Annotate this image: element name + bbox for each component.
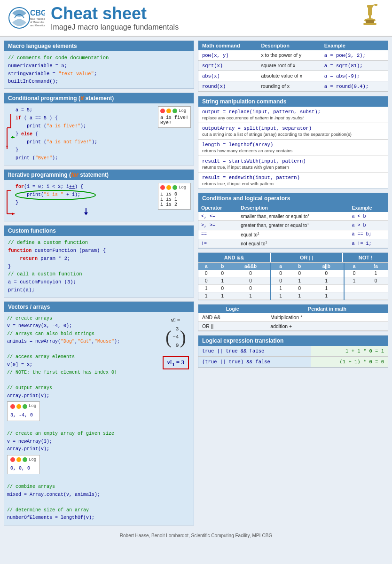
cond-op-lt: <, <= xyxy=(198,212,238,221)
page-subtitle: ImageJ macro language fundamentals xyxy=(51,23,353,31)
output-line-2: Bye! xyxy=(160,120,188,125)
string-section-body: output = replace(input, pattern, subst);… xyxy=(198,107,388,188)
conditional-body: a = 5; if ( a == 5 ) { print ("a is five… xyxy=(4,103,194,165)
for-out-3: i is 2 xyxy=(160,202,188,207)
right-column: Math command Description Example pow(x, … xyxy=(198,40,388,525)
string-code-split: outputArray = split(input, separator) xyxy=(202,125,384,131)
math-table: Math command Description Example pow(x, … xyxy=(198,41,388,92)
not-r1: 01 xyxy=(345,270,388,277)
svg-text:Max Planck Institute: Max Planck Institute xyxy=(30,17,45,20)
or-h-result: a||b xyxy=(309,263,344,270)
string-code-endswith: result = endsWith(input, pattern) xyxy=(202,175,384,180)
v-line-1: // create arrays xyxy=(7,315,157,323)
math-ex-round: a = round(9.4); xyxy=(324,84,369,89)
pendant-section: Logic Pendant in math AND && Multiplicat… xyxy=(198,304,388,331)
conditional-output: Log a is five! Bye! xyxy=(158,106,191,162)
pendant-col-logic: Logic xyxy=(198,305,267,313)
log-label-2: Log xyxy=(179,185,186,190)
or-r2: 011 xyxy=(271,277,343,285)
not-group-title: NOT ! xyxy=(343,253,388,262)
v-line-15: // determine size of an array xyxy=(7,507,157,515)
and-r2: 010 xyxy=(198,277,270,285)
svg-marker-22 xyxy=(12,212,15,215)
tl-red xyxy=(160,109,165,113)
custom-functions-section: Custom functions // define a custom func… xyxy=(4,225,194,298)
v-out-1-val: 3, -4, 0 xyxy=(10,412,37,420)
vectors-section: Vectors / arrays // create arrays v = ne… xyxy=(4,301,194,525)
v-line-10: // create an empty array of given size xyxy=(7,430,157,438)
v-val-3: 0 xyxy=(172,342,179,350)
tl-green-3 xyxy=(23,404,27,409)
code-line-string: stringVariable = "text value"; xyxy=(8,70,190,78)
logo-area: CBG Max Planck Institute of Molecular Ce… xyxy=(8,4,45,32)
conditions-section: Conditions and logical operators Operato… xyxy=(198,193,388,249)
math-row-pow: pow(x, y) x to the power of y a = pow(3,… xyxy=(198,50,388,61)
tl-green xyxy=(172,109,177,113)
tl-red-4 xyxy=(10,457,15,462)
v-line-11: v = newArray(3); xyxy=(7,438,157,446)
or-h-b: b xyxy=(290,263,309,270)
pendant-math-or: addition + xyxy=(267,322,388,331)
vectors-header: Vectors / arrays xyxy=(4,302,194,312)
expr-table: true || true && false 1 + 1 * 0 = 1 (tru… xyxy=(198,346,388,368)
or-group-title: OR | | xyxy=(271,253,343,262)
svg-marker-16 xyxy=(6,146,8,149)
logical-expr-header: Logical expression translation xyxy=(198,336,388,346)
log-label-3: Log xyxy=(29,403,36,410)
or-table: a b a||b 000 011 101 111 xyxy=(271,263,343,300)
math-table-section: Math command Description Example pow(x, … xyxy=(198,40,388,92)
v-out-2-val: 0, 0, 0 xyxy=(10,465,37,473)
not-r4 xyxy=(345,292,388,300)
if-code-lines: a = 5; if ( a == 5 ) { print ("a is five… xyxy=(7,106,156,162)
svg-point-23 xyxy=(16,190,95,200)
for-traffic-lights: Log xyxy=(160,185,188,190)
string-row-split: outputArray = split(input, separator) cu… xyxy=(198,123,388,140)
expr-right-2: (1 + 1) * 0 = 0 xyxy=(311,357,388,368)
cf-line-1: // define a custom function xyxy=(8,239,190,247)
iterative-header: Iterative programming (for statement) xyxy=(4,170,194,180)
cond-row-gt: >, >= greater than, greater or equal to1… xyxy=(198,221,388,230)
and-group-title: AND && xyxy=(198,253,271,262)
cond-desc-gt: greater than, greater or equal to1 xyxy=(238,221,349,230)
v-line-3: // arrays can also hold strings xyxy=(7,330,157,338)
svg-rect-10 xyxy=(363,23,376,25)
logic-header-row: AND && OR | | NOT ! xyxy=(198,253,388,263)
vector-math-display: v⃗ = ( 3 −4 0 ) xyxy=(161,315,191,371)
code-line-builtin: builtInCommand(); xyxy=(8,78,190,86)
expr-right-1: 1 + 1 * 0 = 1 xyxy=(311,346,388,357)
or-h-a: a xyxy=(271,263,290,270)
cond-op-eq: == xyxy=(198,230,238,239)
math-ex-sqrt: a = sqrt(81); xyxy=(324,63,363,69)
cond-ex-neq: a != 1; xyxy=(349,239,388,248)
svg-rect-9 xyxy=(366,20,374,23)
math-col-desc: Description xyxy=(257,41,320,50)
v-tl: Log xyxy=(10,403,37,410)
v-line-7: // NOTE: the first element has index 0! xyxy=(7,369,157,377)
expr-left-1: true || true && false xyxy=(198,346,311,357)
not-table-wrapper: a !a 01 10 xyxy=(345,263,388,300)
string-code-length: length = lengthOf(array) xyxy=(202,142,384,148)
down-arrow-icon xyxy=(82,208,90,215)
math-col-example: Example xyxy=(321,41,388,50)
svg-point-12 xyxy=(375,4,377,6)
pendant-col-pendant: Pendant in math xyxy=(267,305,388,313)
log-label-4: Log xyxy=(29,456,36,463)
not-table: a !a 01 10 xyxy=(345,263,388,300)
v-val-2: −4 xyxy=(172,333,179,342)
microscope-icon xyxy=(359,4,384,32)
custom-functions-body: // define a custom function function cus… xyxy=(4,236,194,297)
vectors-code: // create arrays v = newArray(3, -4, 0);… xyxy=(7,315,157,522)
string-row-endswith: result = endsWith(input, pattern) return… xyxy=(198,172,388,188)
v-line-13: // combine arrays xyxy=(7,483,157,491)
custom-functions-header: Custom functions xyxy=(4,226,194,236)
math-row-sqrt: sqrt(x) square root of x a = sqrt(81); xyxy=(198,61,388,71)
macro-elements-section: Macro language elements // comments for … xyxy=(4,40,194,89)
v-output-2: Log 0, 0, 0 xyxy=(7,455,157,474)
pendant-table: Logic Pendant in math AND && Multiplicat… xyxy=(198,305,388,331)
svg-text:CBG: CBG xyxy=(30,9,45,17)
and-h-a: a xyxy=(198,263,214,270)
cond-desc-neq: not equal to1 xyxy=(238,239,349,248)
pendant-logic-or: OR || xyxy=(198,322,267,331)
string-desc-startswith: returns true, if input starts with given… xyxy=(202,164,384,170)
math-row-round: round(x) rounding of x a = round(9.4); xyxy=(198,81,388,92)
